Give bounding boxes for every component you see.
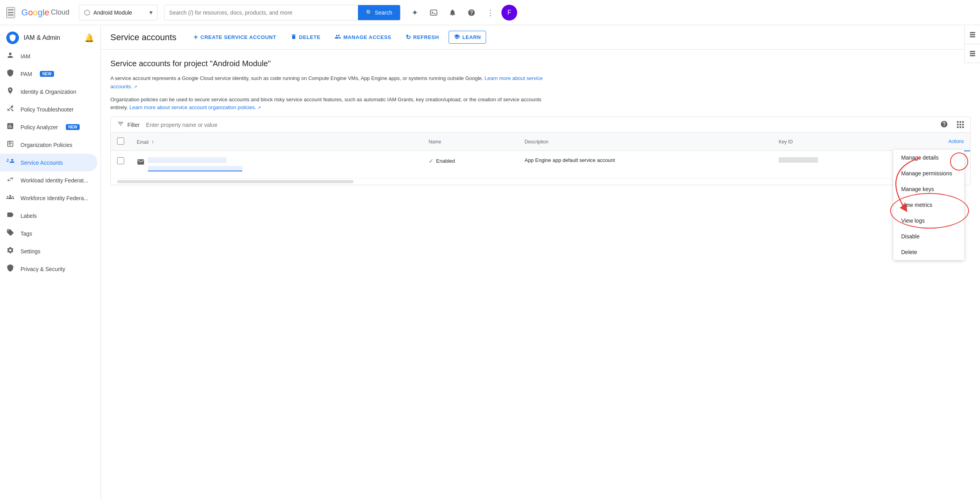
email-cell — [130, 151, 422, 178]
sidebar-item-label: Policy Analyzer — [20, 124, 58, 130]
notifications-button[interactable] — [445, 5, 460, 20]
context-menu: Manage details Manage permissions Manage… — [893, 150, 964, 195]
top-navigation: ☰ Google Cloud ⬡ Android Module ▾ 🔍 Sear… — [0, 0, 980, 25]
refresh-icon: ↻ — [406, 33, 411, 41]
sidebar-item-label: PAM — [20, 71, 32, 77]
avatar[interactable]: F — [501, 5, 517, 20]
context-menu-item-manage-keys[interactable]: Manage keys — [893, 181, 964, 195]
terminal-button[interactable] — [426, 5, 442, 20]
sidebar-title: IAM & Admin — [24, 34, 60, 41]
email-header[interactable]: Email ↑ — [130, 133, 422, 151]
sidebar-bell-icon[interactable]: 🔔 — [84, 33, 94, 43]
side-panel-icon-2[interactable] — [965, 44, 980, 63]
checkbox-header — [111, 133, 130, 151]
plus-icon: + — [194, 33, 198, 41]
sidebar-item-workload-identity[interactable]: Workload Identity Federat... — [0, 171, 97, 189]
name-header: Name — [422, 133, 518, 151]
description-cell: App Engine app default service account — [518, 151, 772, 178]
service-accounts-table: Filter — [110, 117, 971, 185]
new-badge: NEW — [40, 71, 54, 77]
sidebar-item-label: Workload Identity Federat... — [20, 177, 88, 184]
sidebar-item-label: IAM — [20, 53, 30, 59]
project-selector[interactable]: ⬡ Android Module ▾ — [79, 5, 158, 20]
sort-asc-icon: ↑ — [151, 139, 154, 145]
sidebar-item-service-accounts[interactable]: Service Accounts — [0, 154, 97, 171]
learn-button[interactable]: LEARN — [449, 31, 486, 44]
key-id-header: Key ID — [772, 133, 901, 151]
external-link-icon: ↗ — [134, 84, 137, 89]
svg-rect-6 — [970, 51, 975, 52]
sidebar-item-policy-troubleshooter[interactable]: Policy Troubleshooter — [0, 100, 97, 118]
row-checkbox-cell — [111, 151, 130, 178]
delete-icon — [291, 33, 297, 41]
people-icon — [335, 33, 341, 41]
svg-rect-4 — [970, 34, 975, 35]
accounts-table: Email ↑ Name Description Key ID — [111, 133, 970, 185]
content-area: Service accounts for project "Android Mo… — [101, 50, 980, 195]
build-icon — [6, 104, 14, 114]
manage-accounts-icon — [6, 158, 14, 167]
search-bar: 🔍 Search — [164, 5, 401, 20]
cloud-label: Cloud — [51, 8, 69, 17]
section-title: Service accounts for project "Android Mo… — [110, 59, 971, 68]
search-input[interactable] — [164, 9, 358, 16]
page-title: Service accounts — [110, 32, 177, 43]
sidebar-item-identity-org[interactable]: Identity & Organization — [0, 83, 97, 100]
search-button[interactable]: 🔍 Search — [358, 5, 400, 20]
email-link-secondary[interactable] — [148, 166, 242, 171]
enabled-status-icon: ✓ — [429, 157, 434, 165]
context-menu-item-manage-details[interactable]: Manage details — [893, 150, 964, 165]
table-header-row: Email ↑ Name Description Key ID — [111, 133, 970, 151]
page-header: Service accounts + CREATE SERVICE ACCOUN… — [101, 25, 980, 50]
row-checkbox[interactable] — [117, 157, 124, 164]
chevron-down-icon: ▾ — [149, 9, 153, 16]
key-id-cell — [772, 151, 901, 178]
hamburger-menu[interactable]: ☰ — [6, 7, 15, 18]
create-service-account-button[interactable]: + CREATE SERVICE ACCOUNT — [189, 30, 281, 45]
select-all-checkbox[interactable] — [117, 138, 124, 145]
filter-label: Filter — [127, 122, 140, 128]
right-side-panel — [964, 25, 980, 63]
person-icon — [6, 51, 14, 61]
google-cloud-logo: Google Cloud — [21, 7, 69, 18]
sidebar: IAM & Admin 🔔 IAM PAM NEW Identity & Org… — [0, 25, 101, 195]
sidebar-item-iam[interactable]: IAM — [0, 47, 97, 65]
actions-header: Actions — [901, 133, 970, 151]
filter-input[interactable] — [146, 122, 937, 128]
email-icon — [137, 158, 145, 167]
filter-help-icon[interactable] — [940, 120, 948, 129]
iam-admin-logo — [6, 32, 19, 44]
table-row: ✓ Enabled App Engine app default service… — [111, 151, 970, 178]
graduation-icon — [454, 33, 460, 41]
more-options-button[interactable]: ⋮ — [483, 5, 498, 20]
groups-icon — [6, 193, 14, 195]
external-link-icon-2: ↗ — [257, 105, 261, 110]
sidebar-header: IAM & Admin 🔔 — [0, 25, 101, 47]
learn-more-link-2[interactable]: Learn more about service account organiz… — [129, 104, 261, 110]
email-link-primary[interactable] — [148, 157, 227, 163]
column-visibility-icon[interactable] — [956, 120, 964, 129]
sidebar-item-workforce-identity[interactable]: Workforce Identity Federa... — [0, 189, 97, 195]
manage-access-button[interactable]: MANAGE ACCESS — [330, 30, 396, 44]
help-button[interactable] — [464, 5, 479, 20]
analytics-icon — [6, 122, 14, 132]
sidebar-item-policy-analyzer[interactable]: Policy Analyzer NEW — [0, 118, 97, 136]
nav-icons: ✦ ⋮ F — [407, 5, 517, 20]
description-2: Organization policies can be used to sec… — [110, 96, 544, 112]
svg-rect-0 — [430, 10, 437, 15]
svg-rect-7 — [970, 53, 975, 54]
person-pin-icon — [6, 87, 14, 97]
sparkle-button[interactable]: ✦ — [407, 5, 423, 20]
sidebar-item-pam[interactable]: PAM NEW — [0, 65, 97, 83]
delete-button[interactable]: DELETE — [286, 30, 325, 44]
key-id-value — [779, 157, 818, 163]
sidebar-item-org-policies[interactable]: Organization Policies — [0, 136, 97, 154]
side-panel-icon-1[interactable] — [965, 25, 980, 44]
project-icon: ⬡ — [84, 8, 90, 17]
search-icon: 🔍 — [366, 9, 373, 16]
refresh-button[interactable]: ↻ REFRESH — [401, 30, 444, 44]
filter-row: Filter — [111, 117, 970, 133]
horizontal-scrollbar[interactable] — [117, 180, 354, 183]
sidebar-item-label: Identity & Organization — [20, 89, 76, 95]
context-menu-item-manage-permissions[interactable]: Manage permissions — [893, 165, 964, 181]
